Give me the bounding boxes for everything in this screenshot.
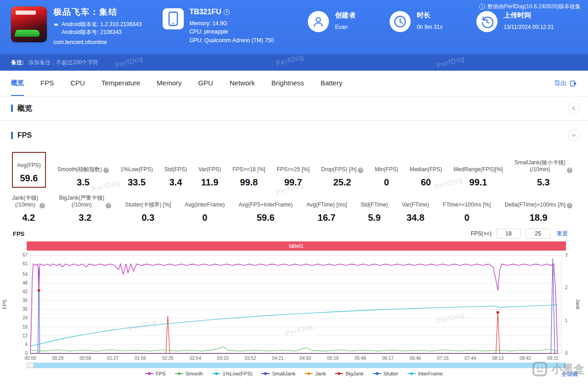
metric-value: 3.4 xyxy=(164,177,187,188)
metric-label: Avg(FTime) [ms] xyxy=(306,201,347,209)
info-icon[interactable] xyxy=(106,203,111,208)
chart-controls: FPS FPS(>=) 重置 xyxy=(0,225,588,241)
clock-icon xyxy=(390,11,411,32)
fps-collapse-button[interactable] xyxy=(568,129,580,141)
fps-chart-svg: 0612182430364248546167012300:0000:2900:5… xyxy=(0,252,588,361)
reset-button[interactable]: 重置 xyxy=(557,230,568,238)
legend-label: FPS xyxy=(156,371,165,376)
metric-label: Jank(卡顿) (/10min) xyxy=(12,195,38,209)
svg-text:04:50: 04:50 xyxy=(300,356,311,361)
remark-placeholder: 添加备注，不超过200个字符 xyxy=(28,59,98,67)
legend-item-Stutter[interactable]: Stutter xyxy=(373,371,398,376)
info-icon[interactable] xyxy=(567,168,572,173)
metric-value: 11.9 xyxy=(198,177,221,188)
legend-item-InterFrame[interactable]: InterFrame xyxy=(407,371,443,376)
legend-item-SmallJank[interactable]: SmallJank xyxy=(261,371,295,376)
fps-chart: 0612182430364248546167012300:0000:2900:5… xyxy=(0,252,588,362)
info-icon[interactable] xyxy=(358,168,363,173)
svg-text:02:54: 02:54 xyxy=(190,356,201,361)
person-icon xyxy=(308,11,329,32)
metric-value: 59.6 xyxy=(17,173,41,184)
svg-text:6: 6 xyxy=(25,342,28,347)
tab-CPU[interactable]: CPU xyxy=(70,71,85,96)
metric-value: 16.7 xyxy=(306,213,347,223)
hide-all-button[interactable]: 全隐藏 xyxy=(561,370,578,378)
svg-text:1: 1 xyxy=(565,318,568,323)
legend-label: Jank xyxy=(315,371,326,376)
metric-label: FPS>=18 [%] xyxy=(232,166,265,173)
metric-label: Delta(FTime)>100ms [/h] xyxy=(504,201,565,209)
metric-label: 1%Low(FPS) xyxy=(120,166,153,173)
upload-label: 上传时间 xyxy=(503,11,554,20)
legend-item-FPS[interactable]: FPS xyxy=(145,371,165,376)
threshold-high-input[interactable] xyxy=(526,229,550,239)
tab-Network[interactable]: Network xyxy=(230,71,255,96)
tab-Battery[interactable]: Battery xyxy=(321,71,343,96)
export-label: 导出 xyxy=(554,79,567,88)
collect-note-text: 数据由PerfDog(10.6.240920)版本收集 xyxy=(487,3,581,11)
collect-note: 数据由PerfDog(10.6.240920)版本收集 xyxy=(479,3,581,11)
svg-text:24: 24 xyxy=(23,315,28,320)
info-icon[interactable] xyxy=(103,168,109,173)
metric-label: Min(FPS) xyxy=(375,166,398,173)
metric: Avg(FPS)59.6 xyxy=(12,152,46,188)
legend-item-Jank[interactable]: Jank xyxy=(305,371,326,376)
tab-概览[interactable]: 概览 xyxy=(11,71,24,96)
svg-text:3: 3 xyxy=(565,252,568,257)
scrollbar-handle[interactable] xyxy=(27,363,34,368)
metric: BigJank(严重卡顿) (/10min)3.2 xyxy=(59,194,111,223)
metric-label: FTime>=100ms [%] xyxy=(443,201,491,209)
metric-value: 59.6 xyxy=(238,213,292,223)
game-icon xyxy=(11,6,47,42)
metric-value: 0.3 xyxy=(125,213,171,223)
device-cpu: CPU: pineapple xyxy=(189,28,274,36)
metric: Std(FTime)5.9 xyxy=(361,194,388,223)
upload-value: 13/11/2024 00:12:31 xyxy=(503,24,554,30)
overview-collapse-button[interactable] xyxy=(568,102,580,114)
header: 数据由PerfDog(10.6.240920)版本收集 极品飞车：集结 Andr… xyxy=(0,0,588,54)
chart-panel-label: FPS xyxy=(13,230,24,237)
android-icon xyxy=(53,22,59,28)
svg-text:04:21: 04:21 xyxy=(272,356,283,361)
remark-input[interactable]: 备注: 添加备注，不超过200个字符 xyxy=(0,54,588,71)
svg-text:67: 67 xyxy=(23,252,28,257)
threshold-low-input[interactable] xyxy=(496,229,521,239)
history-clock-icon xyxy=(476,11,498,32)
info-icon[interactable] xyxy=(567,203,572,208)
metric-label: Avg(FPS+InterFrame) xyxy=(238,201,292,209)
tab-list: 概览FPSCPUTemperatureMemoryGPUNetworkBrigh… xyxy=(11,71,359,96)
legend-marker xyxy=(407,373,416,374)
tab-GPU[interactable]: GPU xyxy=(198,71,213,96)
metric-label: FPS>=25 [%] xyxy=(277,166,309,173)
svg-text:01:56: 01:56 xyxy=(135,356,146,361)
app-package: com.tencent.nfsonline xyxy=(53,39,141,45)
info-icon[interactable] xyxy=(224,9,230,15)
tab-Temperature[interactable]: Temperature xyxy=(102,71,140,96)
metric: Jank(卡顿) (/10min)4.2 xyxy=(12,194,45,223)
legend-label: Smooth xyxy=(186,371,203,376)
metric-value: 4.2 xyxy=(12,213,45,223)
chart-label-band: label1 xyxy=(27,241,566,251)
legend-items: FPSSmooth1%Low(FPS)SmallJankJankBigJankS… xyxy=(145,371,442,376)
svg-text:00:00: 00:00 xyxy=(24,356,36,361)
metric-value: 99.1 xyxy=(453,177,503,188)
legend-label: InterFrame xyxy=(418,371,443,376)
device-gpu: GPU: Qualcomm Adreno (TM) 750 xyxy=(189,36,274,45)
creator-label: 创建者 xyxy=(335,11,356,20)
legend-item-Smooth[interactable]: Smooth xyxy=(175,371,203,376)
svg-text:54: 54 xyxy=(23,272,28,277)
metric: Avg(FPS+InterFrame)59.6 xyxy=(238,194,292,223)
threshold-label: FPS(>=) xyxy=(471,230,492,237)
tab-FPS[interactable]: FPS xyxy=(40,71,54,96)
metric: Std(FPS)3.4 xyxy=(164,159,187,188)
legend-item-BigJank[interactable]: BigJank xyxy=(335,371,363,376)
chart-scrollbar[interactable] xyxy=(27,363,566,368)
export-button[interactable]: 导出 xyxy=(554,71,577,96)
metrics-row-2: Jank(卡顿) (/10min)4.2BigJank(严重卡顿) (/10mi… xyxy=(0,190,588,225)
svg-text:07:15: 07:15 xyxy=(437,356,448,361)
legend-item-1%Low(FPS)[interactable]: 1%Low(FPS) xyxy=(212,371,253,376)
info-icon[interactable] xyxy=(40,203,45,208)
tab-Brightness[interactable]: Brightness xyxy=(271,71,304,96)
tab-Memory[interactable]: Memory xyxy=(157,71,181,96)
legend-marker xyxy=(335,373,343,374)
